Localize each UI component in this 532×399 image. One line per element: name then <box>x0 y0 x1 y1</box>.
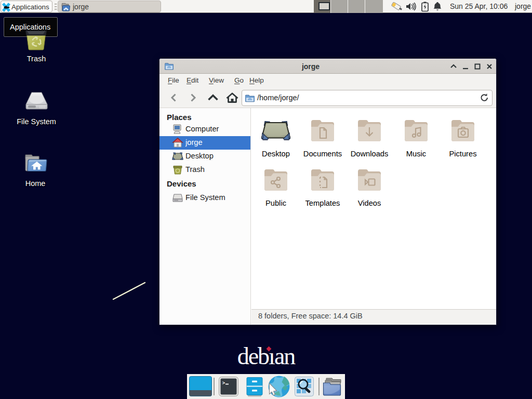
svg-text:>: > <box>222 380 225 386</box>
